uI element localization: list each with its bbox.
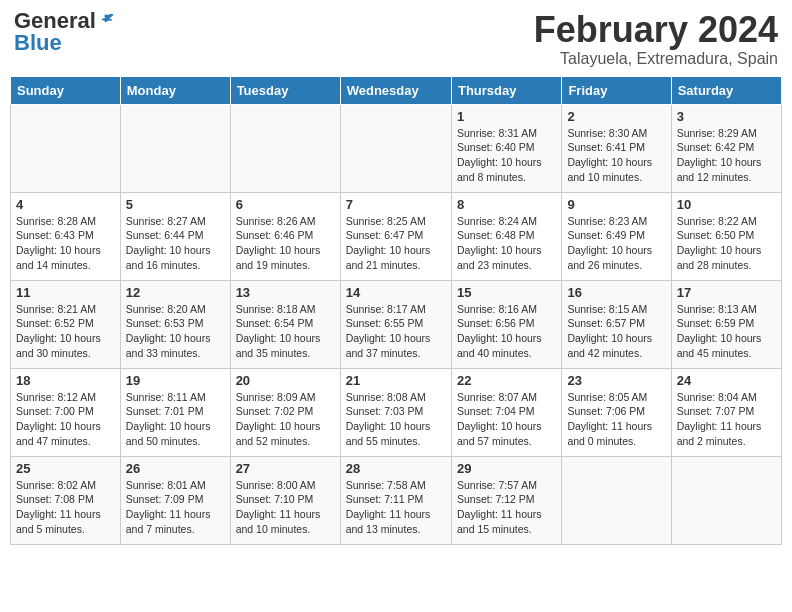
calendar-cell: 16Sunrise: 8:15 AMSunset: 6:57 PMDayligh… bbox=[562, 280, 671, 368]
day-number: 12 bbox=[126, 285, 225, 300]
calendar-cell: 21Sunrise: 8:08 AMSunset: 7:03 PMDayligh… bbox=[340, 368, 451, 456]
day-info: Sunrise: 8:31 AMSunset: 6:40 PMDaylight:… bbox=[457, 126, 556, 185]
day-number: 17 bbox=[677, 285, 776, 300]
day-info: Sunrise: 8:21 AMSunset: 6:52 PMDaylight:… bbox=[16, 302, 115, 361]
day-number: 21 bbox=[346, 373, 446, 388]
day-info: Sunrise: 7:57 AMSunset: 7:12 PMDaylight:… bbox=[457, 478, 556, 537]
calendar-cell: 13Sunrise: 8:18 AMSunset: 6:54 PMDayligh… bbox=[230, 280, 340, 368]
calendar-cell bbox=[340, 104, 451, 192]
day-number: 19 bbox=[126, 373, 225, 388]
day-info: Sunrise: 8:28 AMSunset: 6:43 PMDaylight:… bbox=[16, 214, 115, 273]
calendar-cell: 5Sunrise: 8:27 AMSunset: 6:44 PMDaylight… bbox=[120, 192, 230, 280]
day-info: Sunrise: 8:09 AMSunset: 7:02 PMDaylight:… bbox=[236, 390, 335, 449]
col-header-sunday: Sunday bbox=[11, 76, 121, 104]
day-info: Sunrise: 8:23 AMSunset: 6:49 PMDaylight:… bbox=[567, 214, 665, 273]
day-info: Sunrise: 8:30 AMSunset: 6:41 PMDaylight:… bbox=[567, 126, 665, 185]
calendar-table: SundayMondayTuesdayWednesdayThursdayFrid… bbox=[10, 76, 782, 545]
day-number: 14 bbox=[346, 285, 446, 300]
day-number: 4 bbox=[16, 197, 115, 212]
col-header-monday: Monday bbox=[120, 76, 230, 104]
day-number: 20 bbox=[236, 373, 335, 388]
calendar-cell: 15Sunrise: 8:16 AMSunset: 6:56 PMDayligh… bbox=[451, 280, 561, 368]
day-number: 25 bbox=[16, 461, 115, 476]
calendar-cell bbox=[671, 456, 781, 544]
day-number: 18 bbox=[16, 373, 115, 388]
logo: General Blue bbox=[14, 10, 116, 54]
day-number: 1 bbox=[457, 109, 556, 124]
calendar-title: February 2024 bbox=[534, 10, 778, 50]
page-header: General Blue February 2024 Talayuela, Ex… bbox=[10, 10, 782, 68]
calendar-cell: 19Sunrise: 8:11 AMSunset: 7:01 PMDayligh… bbox=[120, 368, 230, 456]
calendar-cell: 1Sunrise: 8:31 AMSunset: 6:40 PMDaylight… bbox=[451, 104, 561, 192]
day-info: Sunrise: 8:07 AMSunset: 7:04 PMDaylight:… bbox=[457, 390, 556, 449]
day-number: 3 bbox=[677, 109, 776, 124]
calendar-cell: 11Sunrise: 8:21 AMSunset: 6:52 PMDayligh… bbox=[11, 280, 121, 368]
calendar-cell: 9Sunrise: 8:23 AMSunset: 6:49 PMDaylight… bbox=[562, 192, 671, 280]
calendar-cell bbox=[562, 456, 671, 544]
calendar-cell: 26Sunrise: 8:01 AMSunset: 7:09 PMDayligh… bbox=[120, 456, 230, 544]
day-info: Sunrise: 8:29 AMSunset: 6:42 PMDaylight:… bbox=[677, 126, 776, 185]
day-info: Sunrise: 8:17 AMSunset: 6:55 PMDaylight:… bbox=[346, 302, 446, 361]
calendar-cell: 20Sunrise: 8:09 AMSunset: 7:02 PMDayligh… bbox=[230, 368, 340, 456]
day-info: Sunrise: 8:13 AMSunset: 6:59 PMDaylight:… bbox=[677, 302, 776, 361]
day-number: 16 bbox=[567, 285, 665, 300]
day-info: Sunrise: 8:04 AMSunset: 7:07 PMDaylight:… bbox=[677, 390, 776, 449]
day-info: Sunrise: 8:24 AMSunset: 6:48 PMDaylight:… bbox=[457, 214, 556, 273]
calendar-cell: 17Sunrise: 8:13 AMSunset: 6:59 PMDayligh… bbox=[671, 280, 781, 368]
calendar-cell: 18Sunrise: 8:12 AMSunset: 7:00 PMDayligh… bbox=[11, 368, 121, 456]
calendar-cell: 7Sunrise: 8:25 AMSunset: 6:47 PMDaylight… bbox=[340, 192, 451, 280]
calendar-cell: 4Sunrise: 8:28 AMSunset: 6:43 PMDaylight… bbox=[11, 192, 121, 280]
col-header-saturday: Saturday bbox=[671, 76, 781, 104]
title-block: February 2024 Talayuela, Extremadura, Sp… bbox=[534, 10, 778, 68]
calendar-cell: 10Sunrise: 8:22 AMSunset: 6:50 PMDayligh… bbox=[671, 192, 781, 280]
calendar-cell: 23Sunrise: 8:05 AMSunset: 7:06 PMDayligh… bbox=[562, 368, 671, 456]
calendar-cell: 6Sunrise: 8:26 AMSunset: 6:46 PMDaylight… bbox=[230, 192, 340, 280]
calendar-cell: 27Sunrise: 8:00 AMSunset: 7:10 PMDayligh… bbox=[230, 456, 340, 544]
calendar-cell: 28Sunrise: 7:58 AMSunset: 7:11 PMDayligh… bbox=[340, 456, 451, 544]
day-info: Sunrise: 8:02 AMSunset: 7:08 PMDaylight:… bbox=[16, 478, 115, 537]
calendar-cell: 24Sunrise: 8:04 AMSunset: 7:07 PMDayligh… bbox=[671, 368, 781, 456]
day-info: Sunrise: 8:27 AMSunset: 6:44 PMDaylight:… bbox=[126, 214, 225, 273]
day-info: Sunrise: 8:15 AMSunset: 6:57 PMDaylight:… bbox=[567, 302, 665, 361]
calendar-week-row: 25Sunrise: 8:02 AMSunset: 7:08 PMDayligh… bbox=[11, 456, 782, 544]
calendar-week-row: 18Sunrise: 8:12 AMSunset: 7:00 PMDayligh… bbox=[11, 368, 782, 456]
day-number: 24 bbox=[677, 373, 776, 388]
calendar-week-row: 11Sunrise: 8:21 AMSunset: 6:52 PMDayligh… bbox=[11, 280, 782, 368]
logo-general-text: General bbox=[14, 10, 96, 32]
day-info: Sunrise: 8:12 AMSunset: 7:00 PMDaylight:… bbox=[16, 390, 115, 449]
logo-blue-text: Blue bbox=[14, 32, 62, 54]
calendar-cell: 22Sunrise: 8:07 AMSunset: 7:04 PMDayligh… bbox=[451, 368, 561, 456]
calendar-week-row: 4Sunrise: 8:28 AMSunset: 6:43 PMDaylight… bbox=[11, 192, 782, 280]
day-number: 10 bbox=[677, 197, 776, 212]
day-info: Sunrise: 8:11 AMSunset: 7:01 PMDaylight:… bbox=[126, 390, 225, 449]
day-info: Sunrise: 8:01 AMSunset: 7:09 PMDaylight:… bbox=[126, 478, 225, 537]
calendar-cell bbox=[120, 104, 230, 192]
calendar-cell bbox=[230, 104, 340, 192]
day-number: 23 bbox=[567, 373, 665, 388]
day-number: 15 bbox=[457, 285, 556, 300]
day-info: Sunrise: 8:05 AMSunset: 7:06 PMDaylight:… bbox=[567, 390, 665, 449]
day-number: 8 bbox=[457, 197, 556, 212]
day-number: 6 bbox=[236, 197, 335, 212]
day-number: 2 bbox=[567, 109, 665, 124]
day-number: 7 bbox=[346, 197, 446, 212]
calendar-cell: 29Sunrise: 7:57 AMSunset: 7:12 PMDayligh… bbox=[451, 456, 561, 544]
day-number: 22 bbox=[457, 373, 556, 388]
day-info: Sunrise: 8:25 AMSunset: 6:47 PMDaylight:… bbox=[346, 214, 446, 273]
day-number: 9 bbox=[567, 197, 665, 212]
day-info: Sunrise: 8:18 AMSunset: 6:54 PMDaylight:… bbox=[236, 302, 335, 361]
day-number: 13 bbox=[236, 285, 335, 300]
calendar-cell: 14Sunrise: 8:17 AMSunset: 6:55 PMDayligh… bbox=[340, 280, 451, 368]
calendar-cell: 12Sunrise: 8:20 AMSunset: 6:53 PMDayligh… bbox=[120, 280, 230, 368]
logo-bird-icon bbox=[98, 12, 116, 30]
calendar-cell bbox=[11, 104, 121, 192]
day-info: Sunrise: 8:26 AMSunset: 6:46 PMDaylight:… bbox=[236, 214, 335, 273]
day-info: Sunrise: 8:00 AMSunset: 7:10 PMDaylight:… bbox=[236, 478, 335, 537]
calendar-week-row: 1Sunrise: 8:31 AMSunset: 6:40 PMDaylight… bbox=[11, 104, 782, 192]
day-info: Sunrise: 8:16 AMSunset: 6:56 PMDaylight:… bbox=[457, 302, 556, 361]
calendar-cell: 8Sunrise: 8:24 AMSunset: 6:48 PMDaylight… bbox=[451, 192, 561, 280]
day-number: 27 bbox=[236, 461, 335, 476]
day-number: 11 bbox=[16, 285, 115, 300]
calendar-cell: 2Sunrise: 8:30 AMSunset: 6:41 PMDaylight… bbox=[562, 104, 671, 192]
col-header-friday: Friday bbox=[562, 76, 671, 104]
